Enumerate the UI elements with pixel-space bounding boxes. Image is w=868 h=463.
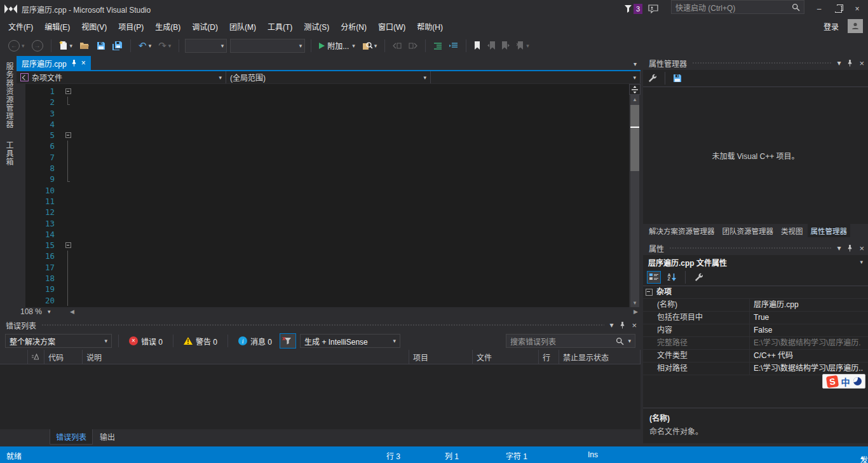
save-button[interactable] <box>95 38 107 53</box>
severity-sort-header[interactable] <box>28 350 44 364</box>
menu-item[interactable]: 编辑(E) <box>39 18 76 34</box>
column-header-0[interactable]: 代码 <box>44 350 83 364</box>
notification-hub[interactable]: 3 <box>624 0 658 18</box>
object-selector-dropdown[interactable]: 层序遍历.cpp 文件属性 ▾ <box>643 255 868 269</box>
prev-bookmark-button[interactable] <box>485 38 497 53</box>
column-header-1[interactable]: 说明 <box>83 350 409 364</box>
clear-bookmarks-button[interactable]: ▾ <box>515 38 531 53</box>
open-file-button[interactable] <box>78 38 92 53</box>
property-row[interactable]: (名称)层序遍历.cpp <box>643 299 868 312</box>
code-line[interactable]: 4 <box>25 119 629 130</box>
navigate-backward-code-button[interactable] <box>391 38 403 53</box>
categorized-view-button[interactable] <box>647 271 661 284</box>
sogou-logo-icon[interactable]: S <box>825 375 838 387</box>
code-line[interactable]: 12 <box>25 207 629 218</box>
right-tab-3[interactable]: 属性管理器 <box>808 224 851 237</box>
ime-toolbar[interactable]: S 中 <box>822 374 865 389</box>
messages-filter-button[interactable]: i 消息 0 <box>234 336 276 347</box>
code-line[interactable]: 20 <box>25 295 629 306</box>
avatar[interactable] <box>848 19 863 33</box>
redo-button[interactable]: ↷▾ <box>156 38 173 53</box>
close-panel-icon[interactable]: × <box>859 244 864 253</box>
property-row[interactable]: 相对路径E:\学习\数据结构学习\层序遍历.. <box>643 363 868 375</box>
error-list-body[interactable] <box>0 364 641 429</box>
code-line[interactable]: 13 <box>25 218 629 229</box>
pin-icon[interactable] <box>847 60 853 67</box>
code-line[interactable]: 11 <box>25 196 629 207</box>
column-header-5[interactable]: 禁止显示状态 <box>559 350 641 364</box>
property-row[interactable]: 文件类型C/C++ 代码 <box>643 350 868 363</box>
property-value[interactable]: True <box>750 312 868 324</box>
close-panel-icon[interactable]: × <box>632 321 637 330</box>
code-line[interactable]: 14 <box>25 229 629 240</box>
column-header-4[interactable]: 行 <box>539 350 559 364</box>
notification-count-badge[interactable]: 3 <box>634 4 642 14</box>
code-line[interactable]: 8 <box>25 163 629 174</box>
fold-collapse-icon[interactable] <box>65 130 74 141</box>
platform-dropdown[interactable]: ▾ <box>230 39 305 53</box>
split-editor-handle[interactable] <box>629 84 641 95</box>
property-pages-button[interactable] <box>692 271 706 284</box>
save-icon[interactable] <box>673 74 682 83</box>
property-value[interactable]: 层序遍历.cpp <box>750 299 868 311</box>
column-header-3[interactable]: 文件 <box>473 350 539 364</box>
moon-icon[interactable] <box>853 377 862 385</box>
code-line[interactable]: 9 <box>25 174 629 184</box>
warnings-filter-button[interactable]: 警告 0 <box>180 336 221 347</box>
right-tab-2[interactable]: 类视图 <box>778 224 806 237</box>
menu-item[interactable]: 工具(T) <box>262 18 298 34</box>
code-line[interactable]: 19 <box>25 284 629 294</box>
search-icon[interactable] <box>616 337 624 345</box>
window-position-dropdown-icon[interactable]: ▾ <box>837 59 841 67</box>
fold-collapse-icon[interactable] <box>65 240 74 251</box>
property-value[interactable]: E:\学习\数据结构学习\层序遍历.. <box>750 363 868 375</box>
code-line[interactable]: 17 <box>25 262 629 273</box>
tab-close-icon[interactable]: × <box>81 59 86 67</box>
scrollbar-thumb[interactable] <box>630 105 639 171</box>
zoom-dropdown[interactable]: 108 % ▾ <box>17 307 67 316</box>
scope-filter-dropdown[interactable]: 整个解决方案 ▾ <box>5 334 112 348</box>
increase-indent-button[interactable] <box>447 38 460 53</box>
collapse-icon[interactable] <box>646 289 653 296</box>
save-all-button[interactable] <box>111 38 125 53</box>
menu-item[interactable]: 团队(M) <box>224 18 262 34</box>
menu-item[interactable]: 调试(D) <box>186 18 224 34</box>
right-tab-0[interactable]: 解决方案资源管理器 <box>646 224 718 237</box>
property-value[interactable]: C/C++ 代码 <box>750 350 868 362</box>
toggle-bookmark-button[interactable] <box>472 38 482 53</box>
horizontal-scrollbar[interactable]: ◀ ▶ <box>67 307 641 316</box>
menu-item[interactable]: 项目(P) <box>112 18 149 34</box>
code-editor[interactable]: 1234567891011121314151617181920 ▴ ▾ <box>17 84 641 307</box>
close-button[interactable]: × <box>848 1 867 17</box>
errors-filter-button[interactable]: × 错误 0 <box>125 336 166 347</box>
property-value[interactable]: E:\学习\数据结构学习\层序遍历. <box>750 337 868 349</box>
code-lines[interactable]: 1234567891011121314151617181920 <box>25 84 629 307</box>
next-bookmark-button[interactable] <box>500 38 512 53</box>
close-panel-icon[interactable]: × <box>859 59 864 68</box>
error-list-search[interactable]: 搜索错误列表 ▾ <box>506 334 635 348</box>
menu-item[interactable]: 视图(V) <box>76 18 112 34</box>
code-line[interactable]: 18 <box>25 273 629 284</box>
fold-collapse-icon[interactable] <box>65 86 74 97</box>
alphabetical-sort-button[interactable]: AZ <box>665 271 679 284</box>
menu-item[interactable]: 文件(F) <box>3 18 39 34</box>
search-icon[interactable] <box>792 3 800 11</box>
menu-item[interactable]: 分析(N) <box>335 18 372 34</box>
right-tab-1[interactable]: 团队资源管理器 <box>719 224 777 237</box>
tray-tab-1[interactable]: 工具箱 <box>4 135 15 172</box>
navigate-back-button[interactable]: ←▾ <box>6 38 27 53</box>
tab-document[interactable]: 层序遍历.cpp × <box>17 56 91 70</box>
code-line[interactable]: 6 <box>25 141 629 151</box>
properties-title-bar[interactable]: 属性 ▾ × <box>643 241 868 255</box>
property-value[interactable]: False <box>750 324 868 336</box>
restore-button[interactable] <box>829 1 848 17</box>
menu-item[interactable]: 测试(S) <box>298 18 335 34</box>
breakpoint-margin[interactable] <box>17 84 25 307</box>
window-position-dropdown-icon[interactable]: ▾ <box>837 244 841 252</box>
quick-launch-search[interactable]: 快速启动 (Ctrl+Q) <box>671 0 804 14</box>
column-header-2[interactable]: 项目 <box>409 350 473 364</box>
filter-toggle-button[interactable]: x <box>280 333 296 349</box>
menu-item[interactable]: 生成(B) <box>149 18 186 34</box>
error-list-title-bar[interactable]: 错误列表 ▾ × <box>0 318 641 332</box>
code-line[interactable]: 7 <box>25 152 629 163</box>
